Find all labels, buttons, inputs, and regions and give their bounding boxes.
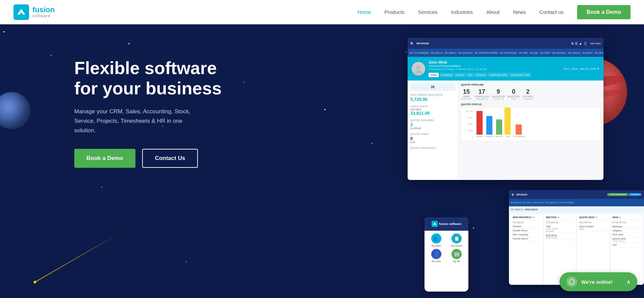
nav-contact[interactable]: Contact us [534, 6, 569, 18]
chat-close-icon[interactable]: ∧ [626, 279, 630, 285]
nav-products[interactable]: Products [379, 6, 410, 18]
svg-point-0 [416, 65, 421, 70]
metric-open: 15 OPEN 42,970 $Y [461, 88, 472, 100]
dash-left-panel: Hi MOST RECENT WON QUOTE 5,720.00 LATEST… [408, 81, 458, 180]
mobile-icon-hr: 🏢 My HR [447, 249, 466, 262]
quotes-week-label: QUOTES THIS WEEK [410, 119, 455, 121]
chart-status-label: QUOTE STATUS [461, 103, 601, 106]
star-decoration [101, 187, 102, 188]
star-decoration [3, 31, 5, 32]
hero-title: Flexible software for your business [74, 58, 236, 99]
logo-icon [14, 4, 29, 20]
chat-label: We're online! [581, 279, 613, 285]
star-decoration [371, 143, 373, 144]
dash-right-panel: QUOTE PIPELINE 15 OPEN 42,970 $Y 17 COMP… [458, 81, 603, 180]
mobile-app-screenshot: fusion software 👥 My deals 📋 My Diaries … [424, 217, 468, 292]
chat-icon [566, 276, 577, 287]
dash-side-topbar: MFUSION + ADD NEW DEAL LEGEND [509, 190, 644, 199]
star-decoration [324, 109, 326, 110]
metric-completed: 17 COMPLETED 248,229 RI [474, 88, 489, 100]
quotes-month-label: QUOTES THIS MONTH [410, 147, 455, 149]
dash-profile-info: John Wick Account Representative Connect… [429, 60, 560, 77]
header: fusion software Home Products Services I… [0, 0, 644, 24]
latest-name: John Wick [410, 108, 455, 111]
metric-rejected: 0 REJECTED 0.00 [508, 88, 520, 100]
nav-news[interactable]: News [508, 6, 532, 18]
most-recent-label: MOST RECENT WON QUOTE [410, 94, 455, 96]
metric-accepted: 9 ACCEPTED 74,940 YJ [492, 88, 505, 100]
latest-value: 33,811.00 [410, 111, 455, 116]
dash-side-col-prospect: NEW PROSPECT ▼ R5,500.00 Clearlite Schul… [511, 214, 542, 285]
quotes-week-amt: 33,795.00 [410, 127, 455, 130]
dash-avatar [412, 62, 425, 75]
quotes-today-val: 0 [410, 136, 455, 141]
hero-content: Flexible software for your business Mana… [0, 51, 236, 168]
side-dashboard-screenshot: MFUSION + ADD NEW DEAL LEGEND MY DEALS M… [509, 190, 644, 285]
mobile-header: fusion software [424, 217, 468, 231]
star-decoration [405, 51, 406, 52]
quotes-today-label: QUOTES TODAY [410, 133, 455, 135]
dash-body: Hi MOST RECENT WON QUOTE 5,720.00 LATEST… [408, 81, 603, 180]
dash-profile-role: Account Representative [429, 64, 560, 68]
quotes-today-amt: 0.00 [410, 141, 455, 143]
nav-home[interactable]: Home [352, 6, 377, 18]
logo-brand-name: fusion [32, 6, 55, 14]
contact-us-hero-button[interactable]: Contact Us [142, 149, 198, 168]
dash-profile-bar: John Wick Account Representative Connect… [408, 57, 603, 81]
main-dashboard-screenshot: MFUSION ⊕ ☰ ▲ 👤 John Wick MY CUSTOMERS M… [408, 38, 603, 180]
dash-side-nav: MY DEALS MY CALLS MY GOALS MY QUOTES MY … [509, 199, 644, 206]
hero-section: Flexible software for your business Mana… [0, 24, 644, 298]
nav-about[interactable]: About [481, 6, 505, 18]
pipeline-title: QUOTE PIPELINE [461, 83, 601, 86]
dash-profile-name: John Wick [429, 60, 560, 64]
hero-buttons: Book a Demo Contact Us [74, 149, 236, 168]
dash-nav: MY CUSTOMERS MY CALLS MY DEALS MY QUOTES… [408, 49, 603, 57]
logo: fusion software [14, 4, 55, 20]
hero-dashboard-images: MFUSION ⊕ ☰ ▲ 👤 John Wick MY CUSTOMERS M… [408, 38, 644, 292]
dash-topbar: MFUSION ⊕ ☰ ▲ 👤 John Wick [408, 38, 603, 49]
quotes-week-val: 3 [410, 122, 455, 127]
mobile-icon-all-users: 👤 All users [427, 249, 445, 262]
star-decoration [128, 43, 130, 44]
dash-user-label: John Wick [590, 42, 601, 45]
nav-services[interactable]: Services [413, 6, 443, 18]
nav-industries[interactable]: Industries [445, 6, 478, 18]
dash-metrics: 15 OPEN 42,970 $Y 17 COMPLETED 248,229 R… [461, 88, 601, 100]
shooting-star-decoration [34, 232, 122, 283]
svg-point-1 [414, 70, 422, 74]
most-recent-value: 5,720.00 [410, 97, 455, 102]
dash-chart-area: 100,000 75,00 50,00 25,00 0 Accepted [461, 107, 601, 141]
main-nav: Home Products Services Industries About … [352, 5, 630, 19]
hero-subtitle: Manage your CRM, Sales, Accounting, Stoc… [74, 107, 203, 135]
logo-tagline: software [32, 14, 55, 18]
book-demo-hero-button[interactable]: Book a Demo [74, 149, 135, 168]
logo-text: fusion software [32, 6, 55, 18]
chat-widget[interactable]: We're online! ∧ [560, 272, 637, 291]
metric-expired: 2 EXPIRED 1,268.00 [523, 88, 533, 100]
star-decoration [243, 82, 244, 83]
mobile-body: 👥 My deals 📋 My Diaries 👤 All users 🏢 My… [424, 231, 468, 265]
latest-label: LATEST QUOTE [410, 105, 455, 108]
mobile-icon-deals: 👥 My deals [427, 233, 445, 247]
star-decoration [186, 261, 187, 262]
mobile-icon-diaries: 📋 My Diaries [447, 233, 466, 247]
book-demo-header-button[interactable]: Book a Demo [577, 5, 630, 19]
